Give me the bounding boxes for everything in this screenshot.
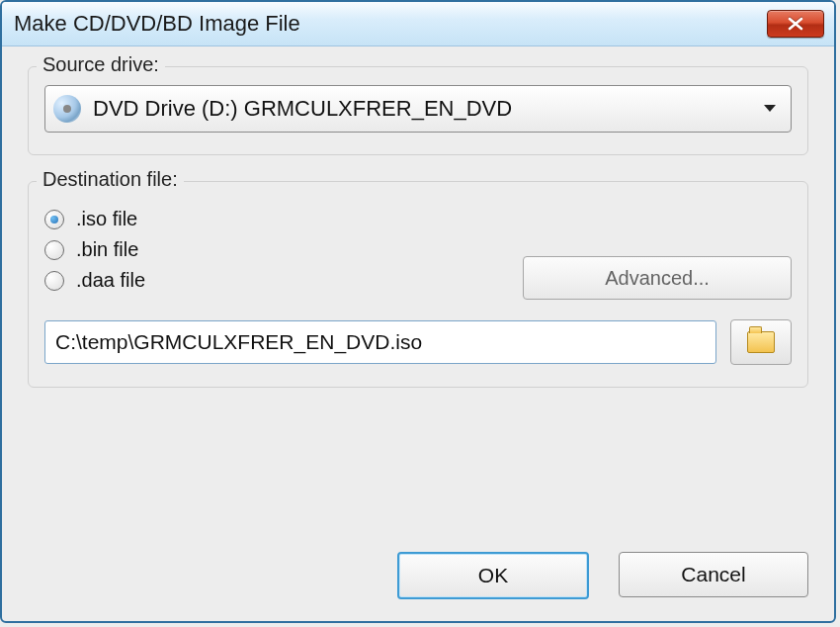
dialog-footer: OK Cancel — [397, 552, 808, 599]
advanced-button[interactable]: Advanced... — [523, 256, 792, 300]
destination-file-group: Destination file: .iso file .bin file .d… — [28, 181, 808, 388]
close-icon — [788, 17, 803, 31]
radio-bin-label: .bin file — [76, 238, 138, 261]
radio-icon — [44, 210, 64, 229]
disc-icon — [53, 95, 81, 123]
source-drive-group: Source drive: DVD Drive (D:) GRMCULXFRER… — [28, 66, 808, 155]
radio-bin[interactable]: .bin file — [44, 238, 145, 261]
browse-button[interactable] — [730, 319, 792, 365]
radio-group: .iso file .bin file .daa file — [44, 200, 145, 300]
cancel-button-label: Cancel — [681, 563, 745, 586]
source-drive-legend: Source drive: — [37, 53, 165, 76]
dialog-window: Make CD/DVD/BD Image File Source drive: … — [0, 0, 836, 623]
radio-icon — [44, 240, 64, 260]
source-drive-text: DVD Drive (D:) GRMCULXFRER_EN_DVD — [93, 96, 512, 122]
radio-iso[interactable]: .iso file — [44, 208, 145, 230]
titlebar: Make CD/DVD/BD Image File — [2, 2, 834, 46]
client-area: Source drive: DVD Drive (D:) GRMCULXFRER… — [2, 46, 834, 423]
radio-daa-label: .daa file — [76, 269, 145, 292]
destination-path-input[interactable] — [44, 320, 716, 364]
destination-path-row — [44, 319, 792, 365]
destination-file-legend: Destination file: — [37, 168, 184, 191]
radio-iso-label: .iso file — [76, 208, 137, 230]
destination-middle-row: .iso file .bin file .daa file Advanced..… — [44, 200, 792, 300]
advanced-button-label: Advanced... — [605, 267, 710, 290]
close-button[interactable] — [767, 10, 824, 38]
source-drive-combobox[interactable]: DVD Drive (D:) GRMCULXFRER_EN_DVD — [44, 85, 792, 133]
cancel-button[interactable]: Cancel — [619, 552, 808, 597]
chevron-down-icon — [763, 104, 777, 114]
radio-icon — [44, 271, 64, 291]
ok-button-label: OK — [478, 564, 508, 587]
folder-icon — [747, 331, 775, 353]
radio-daa[interactable]: .daa file — [44, 269, 145, 292]
window-title: Make CD/DVD/BD Image File — [14, 11, 300, 37]
ok-button[interactable]: OK — [397, 552, 589, 599]
